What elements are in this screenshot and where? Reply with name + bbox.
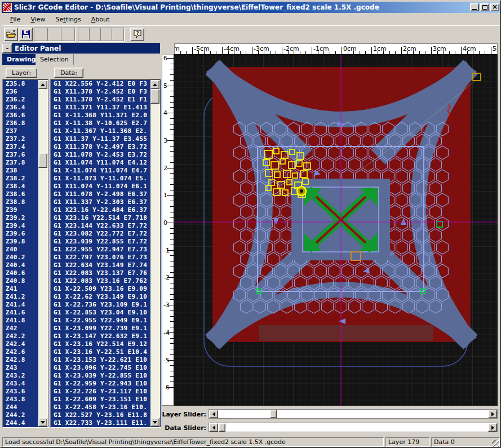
layer-list-item[interactable]: Z37.6 <box>3 151 39 159</box>
layer-list-item[interactable]: Z39.6 <box>3 230 39 238</box>
gcode-list-item[interactable]: G1 X11.378 Y-2.452 E0 F3 <box>51 88 151 96</box>
gcode-list-item[interactable]: G1 X-11.38 Y-10.625 E2.7 <box>51 119 151 127</box>
layer-list-item[interactable]: Z39 <box>3 206 39 214</box>
layer-list-item[interactable]: Z38.6 <box>3 190 39 198</box>
data-slider-thumb[interactable] <box>219 423 225 432</box>
gcode-list-item[interactable]: G1 X-11.074 Y11.074 E4.7 <box>51 167 151 175</box>
layer-list-item[interactable]: Z37.4 <box>3 143 39 151</box>
gcode-list-item[interactable]: G1 X-22.726 Y-23.117 E10 <box>51 388 151 396</box>
layer-listbox[interactable]: Z35.8Z36Z36.2Z36.4Z36.6Z36.8Z37Z37.2Z37.… <box>2 79 49 428</box>
gcode-list-item[interactable]: G1 X23.144 Y22.633 E7.72 <box>51 222 151 230</box>
help-button[interactable]: ? <box>130 28 144 41</box>
gcode-list-item[interactable]: G1 X22.733 Y-23.111 E11. <box>51 419 151 427</box>
layer-list-item[interactable]: Z38.4 <box>3 183 39 190</box>
layer-list-item[interactable]: Z41.2 <box>3 293 39 301</box>
scroll-up-button[interactable] <box>150 80 159 89</box>
layer-list-item[interactable]: Z39.2 <box>3 214 39 222</box>
resize-grip[interactable] <box>492 440 499 447</box>
gcode-list-item[interactable]: G1 X11.074 Y11.074 E4.12 <box>51 159 151 167</box>
scroll-down-button[interactable] <box>150 418 159 427</box>
slider-left-button[interactable] <box>209 410 218 418</box>
layer-list-item[interactable]: Z37 <box>3 127 39 135</box>
gcode-listbox[interactable]: G1 X22.556 Y-2.412 E0 F3G1 X11.378 Y-2.4… <box>50 79 161 428</box>
gcode-list-item[interactable]: G1 X-23.16 Y-22.51 E10.4 <box>51 348 151 356</box>
tab-selection[interactable]: Selection <box>36 54 74 65</box>
menu-item-settings[interactable]: Settings <box>51 15 86 24</box>
layer-list-item[interactable]: Z44 <box>3 403 39 411</box>
layer-list-item[interactable]: Z40.8 <box>3 277 39 285</box>
gcode-list-item[interactable]: G1 X-22.736 Y23.109 E9.1 <box>51 301 151 309</box>
gcode-list-item[interactable]: G1 X22.083 Y23.137 E7.76 <box>51 269 151 277</box>
gcode-list-scrollbar[interactable] <box>150 80 160 427</box>
gcode-list-item[interactable]: G1 X22.527 Y-23.16 E11.8 <box>51 411 151 419</box>
scroll-down-button[interactable] <box>38 418 47 427</box>
layer-list-item[interactable]: Z36.6 <box>3 112 39 119</box>
gcode-list-item[interactable]: G1 X11.078 Y-2.498 E6.37 <box>51 190 151 198</box>
gcode-list-item[interactable]: G1 X-23.099 Y22.739 E9.1 <box>51 325 151 332</box>
data-button[interactable]: Data: <box>54 68 83 78</box>
gcode-list-item[interactable]: G1 X22.083 Y23.16 E7.762 <box>51 277 151 285</box>
layer-list-item[interactable]: Z41.4 <box>3 301 39 309</box>
gcode-list-item[interactable]: G1 X-22.458 Y-23.16 E10. <box>51 403 151 411</box>
gcode-list-item[interactable]: G1 X-22.62 Y23.149 E9.10 <box>51 293 151 301</box>
title-bar[interactable]: Slic3r GCode Editor - D:\Soafile\Visual … <box>2 2 500 13</box>
gcode-list-item[interactable]: G1 X-11.073 Y-11.074 E5. <box>51 175 151 183</box>
layer-button[interactable]: Layer: <box>6 68 37 78</box>
gcode-scroll-thumb[interactable] <box>150 89 159 104</box>
layer-list-item[interactable]: Z35.8 <box>3 80 39 88</box>
gcode-canvas[interactable] <box>174 55 498 406</box>
gcode-list-item[interactable]: G1 X-23.039 Y-22.855 E10 <box>51 372 151 380</box>
layer-slider[interactable] <box>209 409 498 419</box>
layer-list-item[interactable]: Z39.8 <box>3 238 39 246</box>
gcode-list-item[interactable]: G1 X11.074 Y-11.074 E6.1 <box>51 183 151 190</box>
layer-scroll-thumb[interactable] <box>38 153 47 168</box>
layer-list-scrollbar[interactable] <box>38 80 48 427</box>
gcode-list-item[interactable]: G1 X22.955 Y22.947 E7.73 <box>51 246 151 254</box>
slider-left-button[interactable] <box>209 423 218 432</box>
layer-list-item[interactable]: Z44.4 <box>3 419 39 427</box>
layer-slider-thumb[interactable] <box>270 410 277 418</box>
layer-list-item[interactable]: Z41.8 <box>3 317 39 325</box>
menu-item-about[interactable]: About <box>86 15 115 24</box>
layer-list-item[interactable]: Z41 <box>3 285 39 293</box>
gcode-list-item[interactable]: G1 X-23.16 Y22.514 E9.12 <box>51 340 151 348</box>
layer-list-item[interactable]: Z42.4 <box>3 340 39 348</box>
gcode-list-item[interactable]: G1 X-22.853 Y23.04 E9.10 <box>51 309 151 317</box>
layer-list-item[interactable]: Z38.2 <box>3 175 39 183</box>
layer-list-item[interactable]: Z42 <box>3 325 39 332</box>
layer-list-item[interactable]: Z36 <box>3 88 39 96</box>
gcode-list-item[interactable]: G1 X23.16 Y-22.484 E6.37 <box>51 206 151 214</box>
gcode-list-item[interactable]: G1 X23.082 Y22.772 E7.72 <box>51 230 151 238</box>
layer-list-item[interactable]: Z41.6 <box>3 309 39 317</box>
layer-list-item[interactable]: Z40 <box>3 246 39 254</box>
layer-list-item[interactable]: Z36.2 <box>3 96 39 104</box>
data-slider[interactable] <box>209 423 498 432</box>
layer-list-item[interactable]: Z43.8 <box>3 396 39 403</box>
layer-list-item[interactable]: Z36.4 <box>3 104 39 112</box>
gcode-list-item[interactable]: G1 X22.556 Y-2.412 E0 F3 <box>51 80 151 88</box>
layer-list-item[interactable]: Z40.2 <box>3 254 39 261</box>
layer-list-item[interactable]: Z43.6 <box>3 388 39 396</box>
layer-list-item[interactable]: Z39.4 <box>3 222 39 230</box>
maximize-button[interactable] <box>480 3 489 11</box>
gcode-list-item[interactable]: G1 X11.37 Y-11.37 E3.455 <box>51 135 151 143</box>
layer-list-item[interactable]: Z38 <box>3 167 39 175</box>
gcode-list-item[interactable]: G1 X11.337 Y-2.303 E6.37 <box>51 198 151 206</box>
gcode-list-item[interactable]: G1 X-23.096 Y-22.745 E10 <box>51 364 151 372</box>
layer-list-item[interactable]: Z36.8 <box>3 119 39 127</box>
open-file-button[interactable] <box>4 28 18 41</box>
layer-list-item[interactable]: Z42.2 <box>3 332 39 340</box>
save-file-button[interactable] <box>19 28 33 41</box>
gcode-list-item[interactable]: G1 X11.378 Y-2.452 E1 F1 <box>51 96 151 104</box>
scroll-up-button[interactable] <box>38 80 47 89</box>
gcode-list-item[interactable]: G1 X-11.368 Y11.371 E2.0 <box>51 112 151 119</box>
close-button[interactable]: × <box>490 3 499 11</box>
gcode-list-item[interactable]: G1 X-22.609 Y-23.151 E10 <box>51 396 151 403</box>
layer-list-item[interactable]: Z37.8 <box>3 159 39 167</box>
menu-item-view[interactable]: View <box>25 15 50 24</box>
layer-list-item[interactable]: Z44.2 <box>3 411 39 419</box>
gcode-list-item[interactable]: G1 X23.039 Y22.855 E7.72 <box>51 238 151 246</box>
gcode-list-item[interactable]: G1 X23.16 Y22.514 E7.718 <box>51 214 151 222</box>
layer-list-item[interactable]: Z37.2 <box>3 135 39 143</box>
layer-list-item[interactable]: Z43.2 <box>3 372 39 380</box>
